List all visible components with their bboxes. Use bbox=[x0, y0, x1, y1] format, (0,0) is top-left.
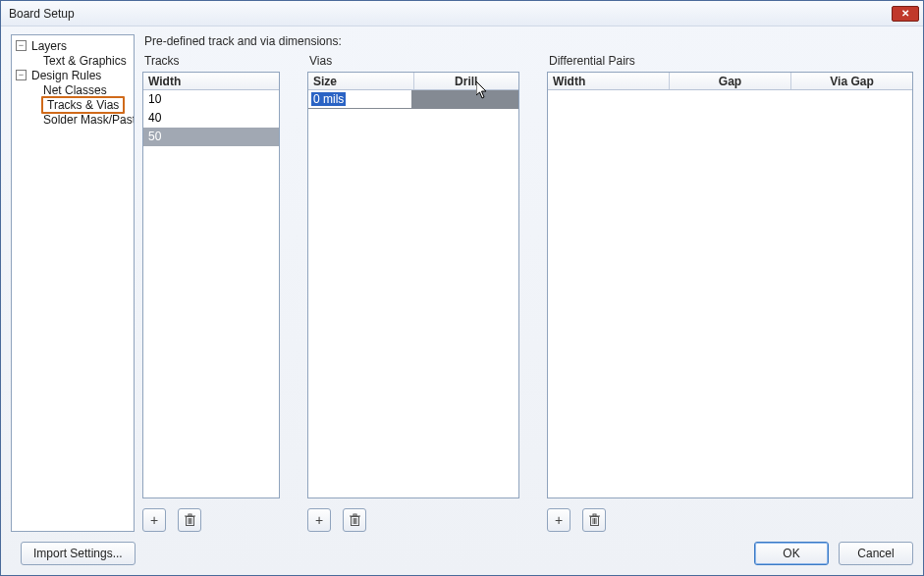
tree-item-label: Design Rules bbox=[29, 69, 103, 82]
tree-item-label: Net Classes bbox=[41, 83, 109, 97]
diff-pairs-grid[interactable]: Width Gap Via Gap bbox=[547, 72, 913, 498]
table-cell[interactable]: 40 bbox=[143, 109, 279, 127]
plus-icon: + bbox=[555, 512, 563, 528]
close-button[interactable]: ✕ bbox=[892, 6, 919, 22]
tracks-label: Tracks bbox=[144, 54, 280, 68]
vias-drill-cell[interactable] bbox=[411, 90, 518, 108]
diff-col-width[interactable]: Width bbox=[548, 73, 670, 89]
tracks-delete-button[interactable] bbox=[178, 508, 201, 532]
tree-item-label: Text & Graphics bbox=[41, 54, 129, 68]
tree-item-layers[interactable]: Layers bbox=[14, 38, 132, 53]
trash-icon bbox=[588, 513, 601, 527]
vias-size-input-selection[interactable]: 0 mils bbox=[311, 92, 346, 106]
svg-rect-11 bbox=[353, 514, 356, 516]
plus-icon: + bbox=[315, 512, 323, 528]
table-cell[interactable]: 50 bbox=[143, 128, 279, 145]
tracks-col-width[interactable]: Width bbox=[143, 73, 279, 89]
table-cell[interactable]: 10 bbox=[143, 90, 279, 108]
tracks-add-button[interactable]: + bbox=[142, 508, 166, 532]
category-tree[interactable]: Layers Text & Graphics Design Rules Net … bbox=[11, 34, 135, 532]
window-title: Board Setup bbox=[9, 7, 892, 21]
tree-item-net-classes[interactable]: Net Classes bbox=[14, 82, 132, 97]
import-settings-button[interactable]: Import Settings... bbox=[21, 542, 136, 565]
tree-item-text-graphics[interactable]: Text & Graphics bbox=[14, 53, 132, 68]
section-heading: Pre-defined track and via dimensions: bbox=[144, 34, 913, 48]
button-label: Import Settings... bbox=[33, 547, 123, 560]
button-label: OK bbox=[783, 547, 799, 560]
table-row[interactable]: 10 bbox=[143, 90, 279, 109]
tree-item-label: Tracks & Vias bbox=[41, 96, 125, 114]
diff-pairs-label: Differential Pairs bbox=[549, 54, 913, 68]
vias-size-cell[interactable]: 0 mils bbox=[308, 90, 411, 108]
tree-item-tracks-vias[interactable]: Tracks & Vias bbox=[14, 97, 132, 112]
vias-add-button[interactable]: + bbox=[307, 508, 331, 532]
tracks-grid[interactable]: Width 10 40 50 bbox=[142, 72, 280, 498]
diff-add-button[interactable]: + bbox=[547, 508, 571, 532]
tree-item-label: Solder Mask/Paste bbox=[41, 113, 135, 127]
ok-button[interactable]: OK bbox=[754, 542, 829, 565]
table-row[interactable]: 50 bbox=[143, 128, 279, 146]
plus-icon: + bbox=[150, 512, 158, 528]
diff-col-gap[interactable]: Gap bbox=[670, 73, 791, 89]
diff-col-viagap[interactable]: Via Gap bbox=[791, 73, 912, 89]
cancel-button[interactable]: Cancel bbox=[839, 542, 913, 565]
button-label: Cancel bbox=[857, 547, 894, 560]
tree-item-solder-mask[interactable]: Solder Mask/Paste bbox=[14, 112, 132, 127]
table-row[interactable]: 0 mils bbox=[308, 90, 518, 109]
tree-item-label: Layers bbox=[29, 39, 69, 53]
svg-rect-5 bbox=[189, 514, 191, 516]
tree-toggle-icon[interactable] bbox=[16, 70, 27, 80]
table-row[interactable]: 40 bbox=[143, 109, 279, 128]
vias-col-size[interactable]: Size bbox=[308, 73, 414, 89]
trash-icon bbox=[349, 513, 361, 527]
board-setup-window: Board Setup ✕ Layers Text & Graphics Des… bbox=[0, 0, 924, 576]
vias-delete-button[interactable] bbox=[343, 508, 366, 532]
titlebar: Board Setup ✕ bbox=[1, 1, 923, 26]
diff-delete-button[interactable] bbox=[582, 508, 606, 532]
tree-item-design-rules[interactable]: Design Rules bbox=[14, 68, 132, 82]
vias-label: Vias bbox=[309, 54, 519, 68]
svg-rect-17 bbox=[593, 514, 596, 516]
trash-icon bbox=[184, 513, 196, 527]
vias-col-drill[interactable]: Drill bbox=[414, 73, 519, 89]
tree-toggle-icon[interactable] bbox=[16, 40, 27, 51]
vias-grid[interactable]: Size Drill 0 mils bbox=[307, 72, 519, 498]
